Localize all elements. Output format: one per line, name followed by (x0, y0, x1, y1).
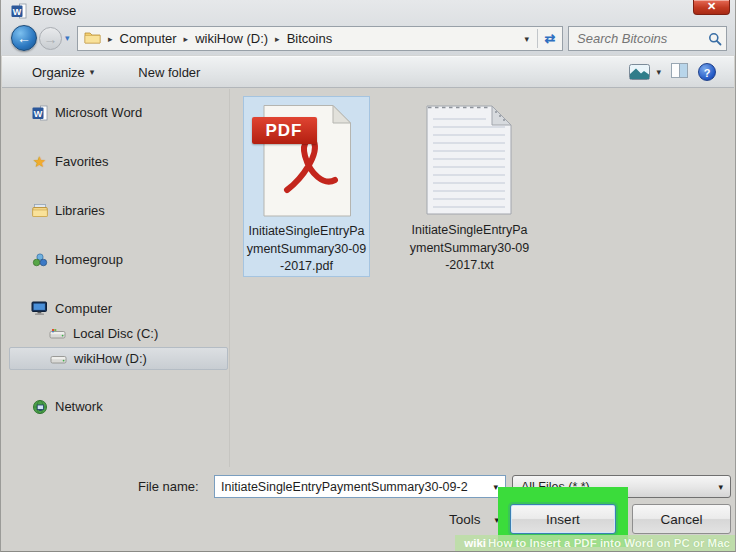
wikihow-watermark: wiki How to Insert a PDF into Word on PC… (455, 535, 735, 551)
word-app-icon: W (11, 3, 27, 23)
browse-dialog: W Browse ✕ ← → ▾ ▸ Computer (0, 0, 736, 552)
sidebar-item-label: Favorites (55, 154, 108, 169)
drive-c-icon (49, 327, 66, 340)
file-item-pdf[interactable]: PDF InitiateSingleEntryPaymentSummary30-… (243, 96, 370, 277)
sidebar-item-local-disc-c[interactable]: Local Disc (C:) (9, 322, 228, 345)
network-icon (31, 399, 48, 415)
file-name-input[interactable] (215, 480, 486, 494)
breadcrumb-separator-icon: ▸ (101, 34, 120, 44)
views-button[interactable]: ▾ (629, 64, 661, 80)
star-icon: ★ (31, 154, 48, 169)
pdf-file-icon: PDF (261, 104, 353, 218)
new-folder-button[interactable]: New folder (130, 61, 208, 84)
sidebar-item-favorites[interactable]: ★ Favorites (9, 150, 228, 173)
help-icon: ? (704, 67, 711, 79)
chevron-down-icon: ▾ (90, 67, 95, 77)
main-content: W Microsoft Word ★ Favorites Libraries (9, 89, 727, 467)
preview-pane-button[interactable] (671, 63, 688, 81)
history-dropdown[interactable]: ▾ (65, 33, 70, 43)
cancel-button[interactable]: Cancel (632, 504, 731, 534)
sidebar-item-label: Computer (55, 301, 112, 316)
breadcrumb-wikihow-d[interactable]: wikiHow (D:) (195, 31, 268, 46)
organize-button[interactable]: Organize ▾ (24, 61, 102, 84)
file-name-field-label: File name: (138, 479, 199, 494)
folder-icon (84, 30, 101, 47)
sidebar-item-libraries[interactable]: Libraries (9, 199, 228, 222)
search-box (568, 26, 727, 51)
tools-label: Tools (449, 512, 481, 527)
tools-button[interactable]: Tools ▾ (449, 512, 499, 527)
forward-icon: → (44, 31, 58, 47)
address-dropdown-icon[interactable]: ▾ (516, 34, 537, 44)
navigation-pane: W Microsoft Word ★ Favorites Libraries (9, 89, 230, 467)
forward-button[interactable]: → (39, 27, 62, 50)
sidebar-item-label: Network (55, 399, 103, 414)
file-name-label: InitiateSingleEntryPaymentSummary30-09-2… (247, 223, 367, 276)
views-dropdown-icon: ▾ (656, 67, 661, 77)
preview-pane-icon (671, 63, 688, 78)
refresh-button[interactable]: ⇄ (538, 31, 562, 46)
search-icon[interactable] (704, 32, 726, 46)
address-bar[interactable]: ▸ Computer ▸ wikiHow (D:) ▸ Bitcoins ▾ ⇄ (77, 26, 563, 51)
watermark-wiki: wiki (464, 537, 486, 549)
file-name-label: InitiateSingleEntryPaymentSummary30-09-2… (410, 222, 530, 275)
search-input[interactable] (569, 31, 704, 46)
sidebar-item-computer[interactable]: Computer (9, 297, 228, 320)
sidebar-item-label: Homegroup (55, 252, 123, 267)
views-icon (629, 64, 650, 80)
toolbar-right-group: ▾ ? (629, 63, 734, 81)
new-folder-label: New folder (138, 65, 200, 80)
back-icon: ← (17, 30, 31, 46)
back-button[interactable]: ← (11, 25, 37, 51)
breadcrumb-computer[interactable]: Computer (120, 31, 177, 46)
txt-file-icon (424, 103, 516, 217)
svg-text:W: W (13, 7, 22, 17)
sidebar-item-label: Libraries (55, 203, 105, 218)
file-list: PDF InitiateSingleEntryPaymentSummary30-… (231, 89, 727, 467)
homegroup-icon (31, 252, 48, 268)
svg-text:W: W (33, 108, 42, 118)
sidebar-item-wikihow-d[interactable]: wikiHow (D:) (9, 347, 228, 370)
close-icon: ✕ (707, 0, 716, 12)
cancel-button-label: Cancel (660, 512, 702, 527)
sidebar-item-label: Microsoft Word (55, 105, 142, 120)
pdf-badge: PDF (252, 117, 317, 144)
breadcrumb: ▸ Computer ▸ wikiHow (D:) ▸ Bitcoins (78, 30, 516, 47)
sidebar-item-microsoft-word[interactable]: W Microsoft Word (9, 101, 228, 124)
dialog-footer: File name: ▾ All Files (*.*) ▾ Tools ▾ I… (1, 466, 735, 551)
navigation-row: ← → ▾ ▸ Computer ▸ wikiHow (D:) ▸ Bitcoi… (1, 23, 735, 53)
file-item-txt[interactable]: InitiateSingleEntryPaymentSummary30-09-2… (406, 96, 533, 275)
insert-button-label: Insert (546, 512, 580, 527)
file-name-combo: ▾ (214, 475, 506, 498)
sidebar-item-homegroup[interactable]: Homegroup (9, 248, 228, 271)
window-title: Browse (33, 3, 76, 18)
organize-label: Organize (32, 65, 85, 80)
command-toolbar: Organize ▾ New folder ▾ ? (2, 56, 734, 88)
close-button[interactable]: ✕ (693, 0, 730, 15)
computer-icon (31, 301, 48, 316)
breadcrumb-bitcoins[interactable]: Bitcoins (287, 31, 333, 46)
sidebar-item-label: Local Disc (C:) (73, 326, 158, 341)
breadcrumb-separator-icon: ▸ (268, 34, 287, 44)
watermark-text: How to Insert a PDF into Word on PC or M… (488, 537, 730, 549)
drive-d-icon (50, 352, 67, 365)
file-type-dropdown-icon: ▾ (711, 482, 730, 492)
word-app-icon: W (31, 105, 48, 121)
sidebar-item-label: wikiHow (D:) (74, 351, 147, 366)
sidebar-item-network[interactable]: Network (9, 395, 228, 418)
breadcrumb-separator-icon: ▸ (177, 34, 196, 44)
insert-button[interactable]: Insert (510, 504, 616, 534)
help-button[interactable]: ? (698, 63, 716, 81)
title-bar: W Browse ✕ (1, 0, 735, 22)
libraries-icon (31, 203, 48, 218)
